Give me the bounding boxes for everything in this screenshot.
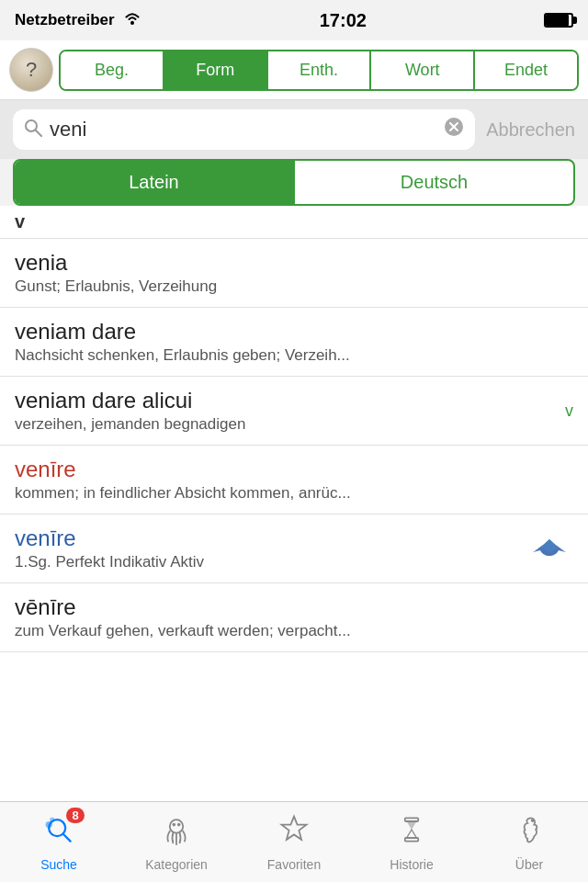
cancel-button[interactable]: Abbrechen — [486, 119, 575, 141]
result-title: venia — [15, 250, 573, 276]
tab-uber-label: Über — [515, 857, 543, 872]
result-description: kommen; in feindlicher Absicht kommen, a… — [15, 484, 573, 503]
tab-suche-label: Suche — [40, 857, 77, 872]
kategorien-icon — [160, 813, 193, 854]
language-selector: Latein Deutsch — [13, 159, 575, 206]
wifi-icon — [122, 11, 142, 30]
result-title: veniam dare — [15, 319, 573, 345]
result-description: zum Verkauf gehen, verkauft werden; verp… — [15, 622, 573, 640]
result-description: Nachsicht schenken, Erlaubnis geben; Ver… — [15, 346, 573, 365]
list-item[interactable]: vēnīre zum Verkauf gehen, verkauft werde… — [0, 583, 588, 652]
svg-point-9 — [50, 817, 54, 821]
tab-wort[interactable]: Wort — [371, 51, 475, 89]
svg-point-11 — [173, 822, 176, 826]
svg-point-10 — [170, 820, 183, 832]
result-description: Gunst; Erlaubnis, Verzeihung — [15, 277, 573, 296]
svg-rect-13 — [405, 818, 418, 821]
results-list: v venia Gunst; Erlaubnis, Verzeihung ven… — [0, 206, 588, 801]
svg-point-15 — [531, 819, 535, 822]
list-item[interactable]: venīre kommen; in feindlicher Absicht ko… — [0, 446, 588, 514]
svg-point-0 — [130, 21, 134, 25]
lang-latein[interactable]: Latein — [15, 161, 295, 204]
search-icon — [24, 119, 42, 141]
list-item[interactable]: venīre 1.Sg. Perfekt Indikativ Aktiv — [0, 514, 588, 583]
clock: 17:02 — [320, 10, 367, 31]
tab-beg[interactable]: Beg. — [61, 51, 164, 89]
help-button[interactable]: ? — [9, 48, 53, 92]
result-badge: v — [565, 401, 573, 421]
list-item[interactable]: veniam dare Nachsicht schenken, Erlaubni… — [0, 308, 588, 377]
search-box: veni — [13, 109, 475, 150]
carrier-info: Netzbetreiber — [15, 11, 142, 30]
search-area: veni Abbrechen — [0, 100, 588, 159]
svg-point-12 — [177, 822, 181, 826]
result-title: vēnīre — [15, 594, 573, 620]
historie-icon — [395, 813, 428, 854]
uber-icon — [513, 813, 546, 854]
tab-enth[interactable]: Enth. — [268, 51, 372, 89]
tab-suche[interactable]: 8 Suche — [22, 813, 96, 872]
battery-area — [544, 13, 573, 28]
list-item[interactable]: venia Gunst; Erlaubnis, Verzeihung — [0, 239, 588, 308]
list-item[interactable]: veniam dare alicui verzeihen, jemanden b… — [0, 377, 588, 446]
battery-icon — [544, 13, 573, 28]
tab-endet[interactable]: Endet — [475, 51, 577, 89]
lang-deutsch[interactable]: Deutsch — [295, 161, 573, 204]
clear-search-button[interactable] — [444, 117, 464, 142]
favoriten-icon — [277, 813, 311, 854]
status-bar: Netzbetreiber 17:02 — [0, 0, 588, 40]
tab-kategorien-label: Kategorien — [145, 857, 208, 872]
result-title: veniam dare alicui — [15, 388, 573, 413]
search-input[interactable]: veni — [50, 118, 436, 141]
section-header-v: v — [0, 206, 588, 239]
svg-point-8 — [46, 821, 52, 828]
result-title: venīre — [15, 457, 573, 482]
bottom-tab-bar: 8 Suche Kategorien Fav — [0, 801, 588, 882]
tab-historie[interactable]: Historie — [375, 813, 448, 872]
svg-line-7 — [63, 833, 71, 841]
result-title: venīre — [15, 526, 573, 551]
bird-image — [526, 523, 573, 574]
suche-badge: 8 — [66, 808, 85, 823]
svg-line-2 — [36, 130, 41, 136]
filter-tabs: Beg. Form Enth. Wort Endet — [59, 50, 579, 91]
tab-favoriten[interactable]: Favoriten — [257, 813, 331, 872]
result-description: 1.Sg. Perfekt Indikativ Aktiv — [15, 553, 573, 571]
suche-icon: 8 — [42, 813, 75, 854]
tab-form[interactable]: Form — [164, 51, 268, 89]
svg-point-1 — [26, 120, 37, 131]
carrier-name: Netzbetreiber — [15, 11, 115, 29]
tab-kategorien[interactable]: Kategorien — [140, 813, 213, 872]
tab-favoriten-label: Favoriten — [267, 857, 321, 872]
tab-uber[interactable]: Über — [492, 813, 566, 872]
tab-historie-label: Historie — [390, 857, 433, 872]
result-description: verzeihen, jemanden begnadigen — [15, 415, 573, 434]
top-filter-bar: ? Beg. Form Enth. Wort Endet — [0, 40, 588, 100]
